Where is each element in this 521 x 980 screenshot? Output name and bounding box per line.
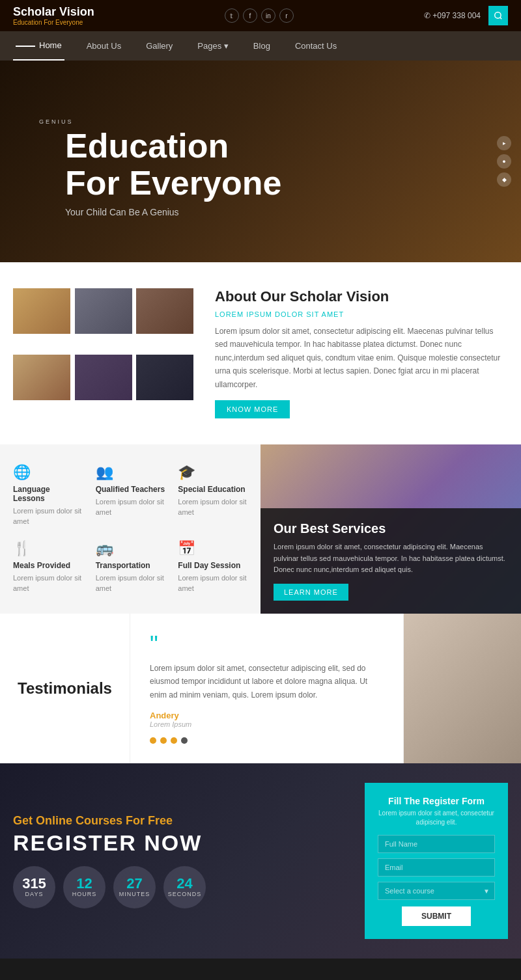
teachers-icon: 👥 (96, 464, 165, 481)
facebook-icon[interactable]: f (243, 8, 257, 23)
testimonial-author-name: Andery (150, 711, 384, 720)
register-form: Fill The Register Form Lorem ipsum dolor… (365, 783, 508, 939)
special-ed-icon: 🎓 (178, 464, 247, 481)
twitter-icon[interactable]: 𝕥 (225, 8, 239, 23)
testimonial-dot-4[interactable] (181, 737, 188, 744)
side-icon-2[interactable]: ● (497, 154, 511, 169)
header-social-links: 𝕥 f in r (225, 8, 294, 23)
testimonials-content: " Lorem ipsum dolor sit amet, consectetu… (130, 614, 404, 763)
form-subtitle: Lorem ipsum dolor sit amet, consectetur … (378, 809, 495, 827)
logo-title: Scholar Vision (13, 5, 94, 19)
site-footer: SCHOLAR VISION Lorem ipsum dolor sit ame… (0, 959, 521, 980)
nav-about[interactable]: About Us (84, 32, 124, 60)
session-icon: 📅 (178, 540, 247, 557)
course-select-wrapper: Select a course ▼ (378, 882, 495, 900)
about-image-1 (13, 288, 70, 334)
service-session-title: Full Day Session (178, 561, 247, 570)
service-teachers: 👥 Qualified Teachers Lorem ipsum dolor s… (96, 464, 165, 527)
nav-gallery[interactable]: Gallery (143, 32, 175, 60)
services-panel: Our Best Services Lorem ipsum dolor sit … (260, 444, 521, 614)
nav-pages[interactable]: Pages ▾ (195, 32, 231, 60)
logo: Scholar Vision Education For Everyone (13, 5, 94, 26)
testimonial-dot-1[interactable] (150, 737, 156, 744)
register-pre-title: Get Online Courses For Free (13, 814, 345, 828)
nav-blog[interactable]: Blog (251, 32, 273, 60)
service-session-text: Lorem ipsum dolor sit amet (178, 573, 247, 594)
about-text-content: About Our Scholar Vision LOREM IPSUM DOL… (215, 288, 508, 418)
svg-line-1 (500, 18, 502, 20)
service-meals: 🍴 Meals Provided Lorem ipsum dolor sit a… (13, 540, 83, 594)
quote-mark: " (150, 633, 384, 657)
services-panel-body: Lorem ipsum dolor sit amet, consectetur … (274, 541, 508, 576)
service-special-ed-text: Lorem ipsum dolor sit amet (178, 497, 247, 518)
hero-genius-label: GENIUS (39, 118, 281, 125)
submit-button[interactable]: SUBMIT (402, 906, 471, 926)
countdown-minutes: 27 MINUTES (113, 866, 156, 908)
service-language: 🌐 Language Lessons Lorem ipsum dolor sit… (13, 464, 83, 527)
hero-title: Education For Everyone (65, 128, 281, 202)
phone-number: ✆ +097 338 004 (424, 11, 481, 20)
know-more-button[interactable]: KNOW MORE (215, 400, 290, 418)
testimonial-quote: Lorem ipsum dolor sit amet, consectetur … (150, 662, 384, 701)
testimonials-title: Testimonials (18, 679, 112, 698)
countdown-timer: 315 DAYS 12 HOURS 27 MINUTES 24 SECONDS (13, 866, 345, 908)
testimonial-person-image (404, 614, 521, 763)
seconds-label: SECONDS (168, 891, 202, 897)
learn-more-button[interactable]: LEARN MORE (274, 584, 348, 601)
meals-icon: 🍴 (13, 540, 83, 557)
rss-icon[interactable]: r (279, 8, 294, 23)
nav-contact[interactable]: Contact Us (292, 32, 339, 60)
service-special-ed: 🎓 Special Education Lorem ipsum dolor si… (178, 464, 247, 527)
email-input[interactable] (378, 858, 495, 877)
service-transport: 🚌 Transportation Lorem ipsum dolor sit a… (96, 540, 165, 594)
about-lorem-label: LOREM IPSUM DOLOR SIT AMET (215, 310, 508, 318)
testimonial-dot-2[interactable] (160, 737, 167, 744)
side-icon-3[interactable]: ◆ (497, 172, 511, 187)
countdown-seconds: 24 SECONDS (163, 866, 206, 908)
about-section: About Our Scholar Vision LOREM IPSUM DOL… (0, 262, 521, 444)
service-language-title: Language Lessons (13, 485, 83, 503)
hero-subtitle: Your Child Can Be A Genius (65, 207, 281, 217)
side-icon-1[interactable]: ▸ (497, 136, 511, 150)
service-transport-text: Lorem ipsum dolor sit amet (96, 573, 165, 594)
register-left-content: Get Online Courses For Free REGISTER NOW… (13, 814, 345, 908)
about-image-grid (13, 288, 195, 418)
register-section: Get Online Courses For Free REGISTER NOW… (0, 763, 521, 959)
service-meals-text: Lorem ipsum dolor sit amet (13, 573, 83, 594)
svg-point-0 (495, 12, 501, 18)
days-label: DAYS (25, 891, 44, 897)
course-select[interactable]: Select a course (378, 882, 495, 900)
form-title: Fill The Register Form (378, 796, 495, 806)
about-image-6 (136, 355, 193, 400)
main-navigation: Home About Us Gallery Pages ▾ Blog Conta… (0, 31, 521, 61)
seconds-value: 24 (176, 877, 192, 891)
about-image-4 (13, 355, 70, 400)
hero-section: GENIUS Education For Everyone Your Child… (0, 61, 521, 262)
linkedin-icon[interactable]: in (261, 8, 275, 23)
testimonials-section: Testimonials " Lorem ipsum dolor sit ame… (0, 614, 521, 763)
services-panel-title: Our Best Services (274, 521, 508, 536)
hours-label: HOURS (72, 891, 97, 897)
services-section: 🌐 Language Lessons Lorem ipsum dolor sit… (0, 444, 521, 614)
about-title: About Our Scholar Vision (215, 288, 508, 305)
language-icon: 🌐 (13, 464, 83, 481)
service-session: 📅 Full Day Session Lorem ipsum dolor sit… (178, 540, 247, 594)
nav-home[interactable]: Home (13, 31, 64, 61)
register-main-title: REGISTER NOW (13, 830, 345, 856)
service-language-text: Lorem ipsum dolor sit amet (13, 506, 83, 527)
testimonial-author-role: Lorem Ipsum (150, 720, 384, 728)
days-value: 315 (22, 877, 46, 891)
service-teachers-title: Qualified Teachers (96, 485, 165, 494)
search-button[interactable] (488, 6, 508, 25)
testimonial-dot-3[interactable] (171, 737, 177, 744)
minutes-value: 27 (126, 877, 142, 891)
logo-tagline: Education For Everyone (13, 19, 94, 26)
minutes-label: MINUTES (119, 891, 150, 897)
transport-icon: 🚌 (96, 540, 165, 557)
name-input[interactable] (378, 835, 495, 853)
site-header: Scholar Vision Education For Everyone 𝕥 … (0, 0, 521, 31)
about-image-5 (75, 355, 132, 400)
service-meals-title: Meals Provided (13, 561, 83, 570)
hero-side-icons: ▸ ● ◆ (497, 136, 511, 187)
register-highlight: Courses For Free (76, 814, 173, 827)
